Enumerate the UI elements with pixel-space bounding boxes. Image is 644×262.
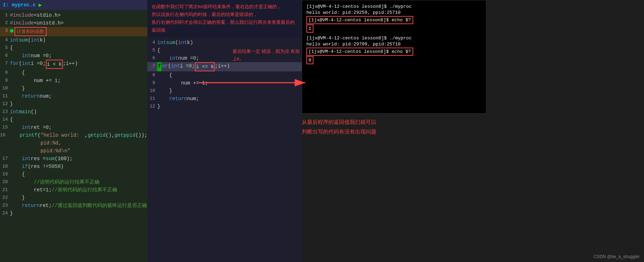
code-line-9: 9 num += i;: [0, 77, 147, 84]
m-line-4: 4 int sum(int k): [147, 39, 302, 47]
code-line-7: 7 for(int i = 0;i < k;i++): [0, 60, 147, 69]
code-line-23: 23 return ret;//通过返回值判断代码的最终运行是否正确: [0, 202, 147, 209]
top-annotation-line1: 在函数中我们写了两次for循环结束条件，最右边的才是正确的，: [152, 3, 298, 11]
code-line-12: 12 }: [0, 100, 147, 108]
code-line-21: 21 ret= 1;//表明代码的运行结果不正确: [0, 186, 147, 194]
terminal1-cmd1: [1jx@VM-4-12-centos lesson8]$ ./myproc: [306, 4, 482, 9]
cursor-marker: f: [157, 62, 162, 71]
middle-code-panel: 在函数中我们写了两次for循环结束条件，最右边的才是正确的， 所以说执行左侧代码…: [147, 0, 302, 262]
loop-condition-left: i < k: [46, 60, 63, 69]
arrow-to-terminal: [199, 74, 312, 93]
left-code-annotation: 最后结果一定 错误，因为没 有加上k。: [233, 48, 302, 63]
code-line-15: 15 int ret = 0;: [0, 124, 147, 131]
code-line-8: 8 {: [0, 69, 147, 77]
code-line-13: 13 int main(): [0, 108, 147, 116]
code-line-5: 5 {: [0, 44, 147, 52]
code-line-1: 1 #include<stdio.h>: [0, 11, 147, 19]
breakpoint-label: 计算和的函数: [15, 27, 47, 36]
terminal1-output1: hello world: pid:29259, ppid:25710: [306, 10, 482, 15]
terminal2-echo-cmd: [1jx@VM-4-12-centos lesson8]$ echo $?: [306, 48, 413, 56]
terminal2-output1: hello world: pid:29799, ppid:25710: [306, 42, 482, 47]
watermark: CSDN @be_a_struggler: [594, 254, 640, 259]
code-line-24: 24 }: [0, 209, 147, 217]
code-line-4: 4 int sum(int k): [0, 36, 147, 44]
code-line-14: 14 {: [0, 116, 147, 124]
top-annotation-area: 在函数中我们写了两次for循环结束条件，最右边的才是正确的， 所以说执行左侧代码…: [147, 0, 302, 37]
m-line-12: 12 }: [147, 103, 302, 110]
code-line-18: 18 if(res != 5050): [0, 163, 147, 170]
terminal1-echo-cmd: [1jx@VM-4-12-centos lesson8]$ echo $?: [306, 16, 413, 24]
terminal2-result: 0: [306, 56, 313, 64]
right-conclusion: 从最后程序的返回值我们就可以 判断出写的代码有没有出现问题: [302, 117, 376, 136]
terminal1-result: 1: [306, 24, 313, 33]
m-line-11: 11 return num;: [147, 95, 302, 103]
top-annotation-line3: 执行右侧代码时才会得出正确的答案，那么我们运行两次来查看最后的返回值: [152, 18, 298, 34]
play-button[interactable]: ▶: [38, 1, 42, 9]
code-line-11: 11 return num;: [0, 92, 147, 100]
code-line-6: 6 int num = 0;: [0, 52, 147, 60]
left-code-panel: 1: myproc.c ▶ 1 #include<stdio.h> 2 #inc…: [0, 0, 147, 262]
code-line-3-breakpoint: 3 计算和的函数: [0, 27, 147, 36]
code-line-2: 2 #include<unistd.h>: [0, 19, 147, 27]
code-line-20: 20 //说明代码的运行结果不正确: [0, 178, 147, 186]
breakpoint-marker: [10, 29, 13, 33]
code-line-19: 19 {: [0, 170, 147, 178]
left-code-block: 1 #include<stdio.h> 2 #include<unistd.h>…: [0, 10, 147, 219]
code-line-17: 17 int res = sum(100);: [0, 155, 147, 163]
title-bar: 1: myproc.c ▶: [0, 0, 147, 10]
main-layout: 1: myproc.c ▶ 1 #include<stdio.h> 2 #inc…: [0, 0, 644, 262]
code-line-10: 10 }: [0, 84, 147, 92]
top-annotation-line2: 所以说执行左侧代码的时候，最后的结果是错误的，: [152, 11, 298, 18]
file-label: 1: myproc.c: [3, 2, 36, 8]
m-line-7-highlighted: 7 for(int i = 0;i <= k;i++): [147, 62, 302, 71]
loop-condition-right: i <= k: [195, 62, 215, 71]
right-section: [1jx@VM-4-12-centos lesson8]$ ./myproc h…: [302, 0, 644, 262]
terminal-panel[interactable]: [1jx@VM-4-12-centos lesson8]$ ./myproc h…: [302, 0, 486, 114]
code-line-22: 22 }: [0, 194, 147, 202]
terminal2-cmd1: [1jx@VM-4-12-centos lesson8]$ ./myproc: [306, 36, 482, 41]
code-line-16: 16 printf("hello world: pid:%d, ppid:%d\…: [0, 131, 147, 155]
